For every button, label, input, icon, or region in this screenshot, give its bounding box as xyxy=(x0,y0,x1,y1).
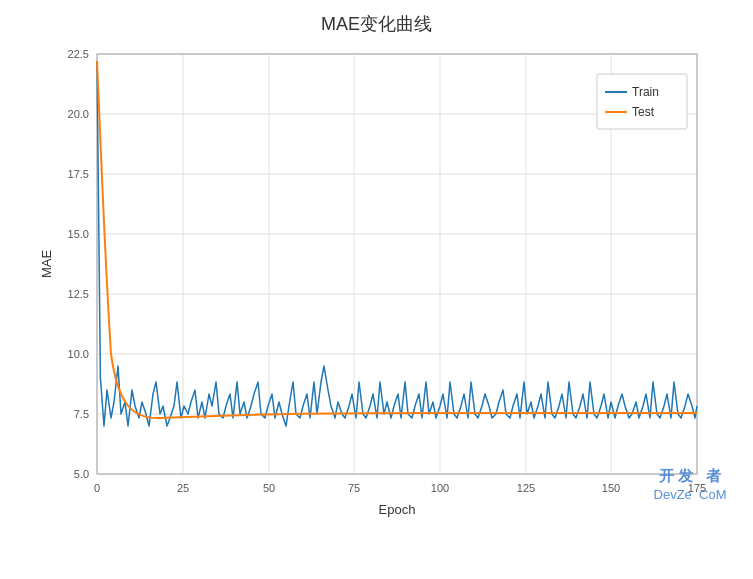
svg-text:175: 175 xyxy=(687,482,705,494)
svg-text:17.5: 17.5 xyxy=(67,168,88,180)
svg-text:150: 150 xyxy=(601,482,619,494)
svg-text:75: 75 xyxy=(347,482,359,494)
svg-text:50: 50 xyxy=(262,482,274,494)
svg-text:125: 125 xyxy=(516,482,534,494)
svg-rect-36 xyxy=(597,74,687,129)
chart-container: MAE变化曲线 xyxy=(0,0,753,579)
svg-text:100: 100 xyxy=(430,482,448,494)
svg-text:5.0: 5.0 xyxy=(73,468,88,480)
svg-text:10.0: 10.0 xyxy=(67,348,88,360)
svg-text:0: 0 xyxy=(93,482,99,494)
svg-text:22.5: 22.5 xyxy=(67,48,88,60)
chart-title: MAE变化曲线 xyxy=(321,12,432,36)
chart-svg: 5.0 7.5 10.0 12.5 15.0 17.5 20.0 22.5 0 … xyxy=(37,44,737,534)
svg-text:Test: Test xyxy=(632,105,655,119)
svg-text:Epoch: Epoch xyxy=(378,502,415,517)
chart-area: 5.0 7.5 10.0 12.5 15.0 17.5 20.0 22.5 0 … xyxy=(37,44,737,534)
svg-text:25: 25 xyxy=(176,482,188,494)
svg-text:15.0: 15.0 xyxy=(67,228,88,240)
svg-text:Train: Train xyxy=(632,85,659,99)
svg-text:20.0: 20.0 xyxy=(67,108,88,120)
svg-text:MAE: MAE xyxy=(39,250,54,279)
svg-text:12.5: 12.5 xyxy=(67,288,88,300)
svg-text:7.5: 7.5 xyxy=(73,408,88,420)
